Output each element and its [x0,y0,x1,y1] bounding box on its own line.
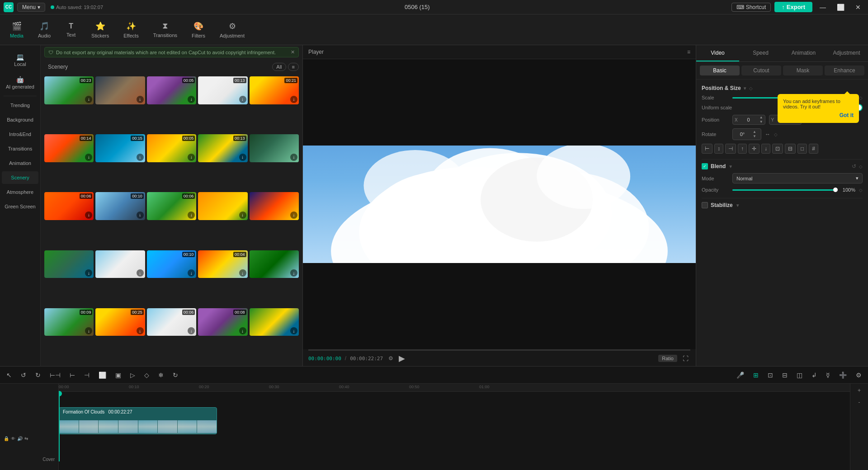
scale-keyframe-button[interactable]: ◇ [859,95,863,100]
align-9-button[interactable]: □ [797,144,807,154]
split-keep-left-button[interactable]: ⊢ [67,370,78,381]
undo-button[interactable]: ↺ [18,370,29,381]
sidebar-item-background[interactable]: Background [2,113,38,126]
toolbar-filters[interactable]: 🎨 Filters [185,19,212,41]
sidebar-item-animation[interactable]: Animation [2,157,38,169]
position-x-field[interactable] [740,116,758,123]
thumb-download-23[interactable]: ↓ [239,327,246,334]
tab-speed[interactable]: Speed [739,45,782,61]
align-center-h-button[interactable]: ✛ [749,144,760,154]
rotate-input[interactable]: ▲ ▼ [732,128,761,140]
thumb-download-10[interactable]: ↓ [85,212,92,219]
thumb-download-2[interactable]: ↓ [188,96,195,103]
toolbar-stickers[interactable]: ⭐ Stickers [85,19,115,41]
thumb-download-24[interactable]: ↓ [290,327,297,334]
thumb-download-0[interactable]: ↓ [85,96,92,103]
sidebar-item-trending[interactable]: Trending [2,99,38,112]
align-right-button[interactable]: ⊣ [725,144,736,154]
subtab-mask[interactable]: Mask [783,66,823,75]
zoom-in-button[interactable]: + [856,385,863,395]
thumb-download-5[interactable]: ↓ [85,154,92,161]
media-thumb-13[interactable]: ↓ [198,192,247,220]
toolbar-media[interactable]: 🎬 Media [4,19,30,41]
media-thumb-15[interactable]: ↓ [44,250,94,278]
media-thumb-2[interactable]: 00:05↓ [147,76,196,104]
opacity-slider[interactable] [732,189,835,191]
filter-options-button[interactable]: ≡ [288,63,299,71]
thumb-download-22[interactable]: ↓ [188,327,195,334]
filter-all-button[interactable]: All [272,63,286,71]
media-thumb-18[interactable]: 00:04↓ [198,250,247,278]
warning-close-button[interactable]: ✕ [291,49,295,55]
media-thumb-0[interactable]: 00:23↓ [44,76,94,104]
position-keyframe-button[interactable]: ◇ [749,86,753,91]
speed-button[interactable]: ▷ [127,370,138,381]
thumb-download-1[interactable]: ↓ [137,96,144,103]
media-thumb-8[interactable]: 00:13↓ [198,134,247,162]
sidebar-item-intro-end[interactable]: Intro&End [2,128,38,141]
rotate-down[interactable]: ▼ [751,134,758,139]
ratio-button[interactable]: Ratio [658,355,677,362]
zoom-out-button[interactable]: - [857,397,862,407]
menu-button[interactable]: Menu ▾ [17,3,45,12]
got-it-button[interactable]: Got it [783,112,854,118]
rotate-keyframe-btn[interactable]: ◇ [774,132,778,137]
media-thumb-10[interactable]: 00:06↓ [44,192,94,220]
thumb-download-21[interactable]: ↓ [137,327,144,334]
thumb-download-3[interactable]: ↓ [239,96,246,103]
sidebar-item-ai[interactable]: 🤖 AI generated [2,72,38,93]
opacity-keyframe-button[interactable]: ◇ [859,188,863,193]
blend-keyframe-button[interactable]: ◇ [859,164,863,169]
thumb-download-17[interactable]: ↓ [188,269,195,277]
timeline-tool-4[interactable]: ◫ [794,370,805,381]
align-7-button[interactable]: ⊡ [772,144,783,154]
keyframe-add-button[interactable]: ◇ [142,370,152,381]
player-menu-button[interactable]: ≡ [687,49,690,55]
media-thumb-19[interactable]: ↓ [250,250,299,278]
sidebar-item-atmosphere[interactable]: Atmosphere [2,186,38,198]
media-thumb-23[interactable]: 00:08↓ [198,308,247,336]
sidebar-item-green-screen[interactable]: Green Screen [2,200,38,213]
thumb-download-7[interactable]: ↓ [188,154,195,161]
timeline-tool-5[interactable]: ↲ [809,370,820,381]
timeline-tool-3[interactable]: ⊟ [779,370,790,381]
thumb-download-15[interactable]: ↓ [85,269,92,277]
position-x-up[interactable]: ▲ [758,115,765,120]
play-button[interactable]: ▶ [397,352,407,364]
media-thumb-16[interactable]: ↓ [95,250,145,278]
thumb-download-18[interactable]: ↓ [239,269,246,277]
thumb-download-4[interactable]: ↓ [290,96,297,103]
media-thumb-6[interactable]: 00:15↓ [95,134,145,162]
crop2-button[interactable]: ▣ [113,370,124,381]
media-thumb-22[interactable]: 00:06↓ [147,308,196,336]
media-thumb-4[interactable]: 00:21↓ [250,76,299,104]
toolbar-adjustment[interactable]: ⚙ Adjustment [213,19,251,41]
timeline-tool-2[interactable]: ⊡ [765,370,776,381]
video-clip[interactable]: Formation Of Clouds 00:00:22:27 [59,407,217,434]
media-thumb-24[interactable]: ↓ [250,308,299,336]
mic-button[interactable]: 🎤 [734,370,747,381]
media-thumb-9[interactable]: ↓ [250,134,299,162]
position-x-input[interactable]: X ▲ ▼ [732,115,765,125]
toolbar-transitions[interactable]: ⧗ Transitions [147,19,184,41]
fullscreen-button[interactable]: ⛶ [681,354,690,363]
split-keep-right-button[interactable]: ⊣ [81,370,92,381]
cursor-tool[interactable]: ↖ [4,370,14,381]
thumb-download-12[interactable]: ↓ [188,212,195,219]
timeline-tool-1[interactable]: ⊞ [750,370,761,381]
media-thumb-20[interactable]: 00:09↓ [44,308,94,336]
thumb-download-11[interactable]: ↓ [137,212,144,219]
toolbar-audio[interactable]: 🎵 Audio [32,19,57,41]
thumb-download-16[interactable]: ↓ [137,269,144,277]
timeline-settings-button[interactable]: ⚙ [853,370,864,381]
thumb-download-14[interactable]: ↓ [290,212,297,219]
player-timeline-bar[interactable] [308,349,690,351]
blend-checkbox[interactable]: ✓ [702,163,708,169]
tab-video[interactable]: Video [696,45,739,61]
shortcut-button[interactable]: ⌨ Shortcut [731,3,771,12]
rotate-up[interactable]: ▲ [751,130,758,134]
media-thumb-11[interactable]: 00:10↓ [95,192,145,220]
rotate-clip-button[interactable]: ↻ [170,370,181,381]
thumb-download-8[interactable]: ↓ [239,154,246,161]
align-left-button[interactable]: ⊢ [702,144,712,154]
